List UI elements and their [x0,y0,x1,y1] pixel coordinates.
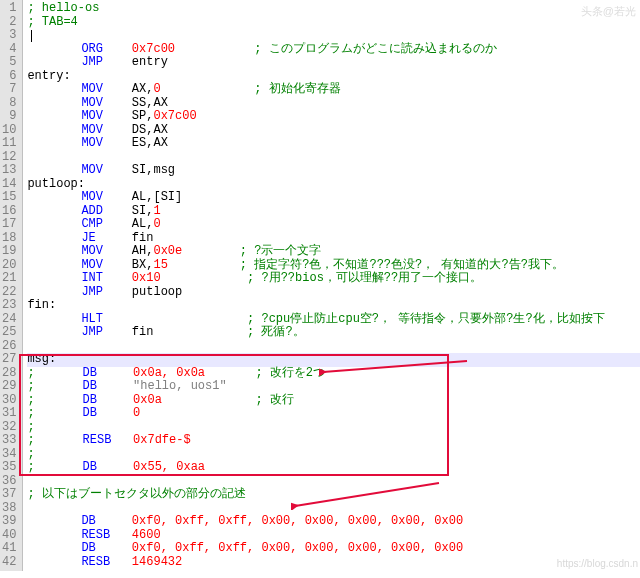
text-cursor [31,30,32,42]
label: msg: [27,352,56,366]
line-number: 5 [2,56,16,70]
line-number: 12 [2,151,16,165]
line-number: 37 [2,488,16,502]
line-number: 17 [2,218,16,232]
line-number: 25 [2,326,16,340]
line-number: 9 [2,110,16,124]
line-number: 14 [2,178,16,192]
line-number: 11 [2,137,16,151]
line-number: 35 [2,461,16,475]
line-number: 34 [2,448,16,462]
comment: ; TAB=4 [27,15,77,29]
line-number: 22 [2,286,16,300]
line-number: 42 [2,556,16,570]
line-number: 15 [2,191,16,205]
line-number: 18 [2,232,16,246]
line-number: 41 [2,542,16,556]
code-area[interactable]: ; hello-os ; TAB=4 ORG 0x7c00 ; このプログラムが… [23,0,640,571]
line-number: 13 [2,164,16,178]
line-number: 32 [2,421,16,435]
comment: ; hello-os [27,1,99,15]
line-number: 29 [2,380,16,394]
line-number: 20 [2,259,16,273]
line-number: 26 [2,340,16,354]
line-number: 4 [2,43,16,57]
line-number: 38 [2,502,16,516]
line-number: 10 [2,124,16,138]
line-number: 1 [2,2,16,16]
line-number: 2 [2,16,16,30]
mnemonic: ORG [81,42,103,56]
line-number: 28 [2,367,16,381]
line-number: 30 [2,394,16,408]
line-number: 16 [2,205,16,219]
line-number-gutter: 1234567891011121314151617181920212223242… [0,0,23,571]
line-number: 36 [2,475,16,489]
line-number: 6 [2,70,16,84]
line-number: 40 [2,529,16,543]
line-number: 24 [2,313,16,327]
comment: ; 以下はブートセクタ以外の部分の記述 [27,487,245,501]
code-editor: 1234567891011121314151617181920212223242… [0,0,640,571]
line-number: 8 [2,97,16,111]
line-number: 19 [2,245,16,259]
line-number: 3 [2,29,16,43]
line-number: 23 [2,299,16,313]
label: fin: [27,298,56,312]
label: putloop: [27,177,85,191]
line-number: 7 [2,83,16,97]
line-number: 31 [2,407,16,421]
line-number: 33 [2,434,16,448]
line-number: 27 [2,353,16,367]
line-number: 21 [2,272,16,286]
comment: ; このプログラムがどこに読み込まれるのか [254,42,496,56]
watermark-url: https://blog.csdn.n [557,558,638,569]
label: entry: [27,69,70,83]
line-number: 39 [2,515,16,529]
watermark: 头条@若光 [581,4,636,19]
